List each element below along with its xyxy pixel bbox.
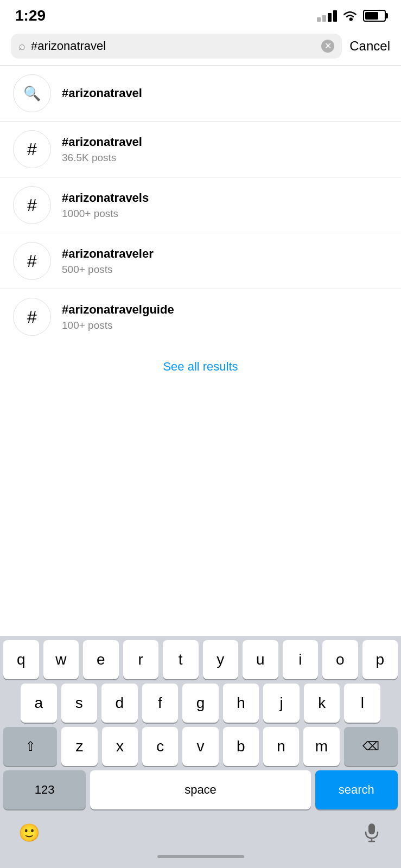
key-j[interactable]: j: [263, 684, 300, 723]
battery-icon: [363, 10, 386, 22]
key-p[interactable]: p: [362, 640, 398, 679]
hash-icon-1: #: [27, 139, 37, 159]
result-item-0[interactable]: 🔍 #arizonatravel: [0, 66, 401, 121]
result-text-1: #arizonatravel 36.5K posts: [62, 135, 388, 164]
result-item-3[interactable]: # #arizonatraveler 500+ posts: [0, 233, 401, 289]
key-l[interactable]: l: [344, 684, 380, 723]
result-text-0: #arizonatravel: [62, 86, 388, 101]
cancel-button[interactable]: Cancel: [349, 39, 390, 54]
key-u[interactable]: u: [243, 640, 278, 679]
clear-icon: ✕: [324, 42, 332, 50]
result-item-2[interactable]: # #arizonatravels 1000+ posts: [0, 177, 401, 233]
key-numbers[interactable]: 123: [3, 770, 86, 809]
result-title-3: #arizonatraveler: [62, 246, 388, 262]
see-all-container: See all results: [0, 344, 401, 385]
result-title-4: #arizonatravelguide: [62, 302, 388, 318]
hash-icon-3: #: [27, 251, 37, 271]
result-avatar-1: #: [13, 130, 51, 168]
result-title-1: #arizonatravel: [62, 135, 388, 150]
key-d[interactable]: d: [101, 684, 138, 723]
key-shift[interactable]: ⇧: [3, 727, 57, 766]
results-list: 🔍 #arizonatravel # #arizonatravel 36.5K …: [0, 66, 401, 344]
wifi-icon: [342, 10, 358, 21]
result-text-4: #arizonatravelguide 100+ posts: [62, 302, 388, 331]
key-h[interactable]: h: [223, 684, 259, 723]
key-a[interactable]: a: [21, 684, 57, 723]
result-subtitle-4: 100+ posts: [62, 320, 388, 331]
result-text-2: #arizonatravels 1000+ posts: [62, 190, 388, 220]
search-result-icon: 🔍: [23, 85, 41, 102]
key-b[interactable]: b: [223, 727, 259, 766]
key-e[interactable]: e: [83, 640, 119, 679]
result-avatar-2: #: [13, 186, 51, 224]
key-k[interactable]: k: [304, 684, 340, 723]
keyboard: q w e r t y u i o p a s d f g h j k l ⇧ …: [0, 636, 401, 868]
result-item-1[interactable]: # #arizonatravel 36.5K posts: [0, 122, 401, 177]
status-time: 1:29: [15, 7, 46, 24]
key-f[interactable]: f: [142, 684, 179, 723]
key-o[interactable]: o: [322, 640, 358, 679]
keyboard-row-4: 123 space search: [0, 766, 401, 815]
key-q[interactable]: q: [3, 640, 39, 679]
keyboard-bottom-row: 🙂: [0, 815, 401, 852]
key-w[interactable]: w: [43, 640, 79, 679]
key-z[interactable]: z: [61, 727, 97, 766]
key-s[interactable]: s: [61, 684, 98, 723]
search-icon: ⌕: [18, 39, 26, 53]
status-icons: [317, 10, 386, 22]
result-avatar-3: #: [13, 242, 51, 280]
result-item-4[interactable]: # #arizonatravelguide 100+ posts: [0, 289, 401, 344]
key-c[interactable]: c: [142, 727, 178, 766]
svg-rect-0: [368, 824, 375, 834]
key-r[interactable]: r: [123, 640, 159, 679]
keyboard-row-1: q w e r t y u i o p: [0, 636, 401, 679]
status-bar: 1:29: [0, 0, 401, 29]
key-g[interactable]: g: [182, 684, 219, 723]
emoji-key[interactable]: 🙂: [13, 819, 46, 846]
signal-icon: [317, 10, 337, 22]
key-t[interactable]: t: [163, 640, 199, 679]
key-m[interactable]: m: [303, 727, 339, 766]
see-all-button[interactable]: See all results: [163, 360, 238, 374]
keyboard-row-2: a s d f g h j k l: [0, 679, 401, 723]
result-subtitle-2: 1000+ posts: [62, 208, 388, 220]
result-text-3: #arizonatraveler 500+ posts: [62, 246, 388, 276]
result-subtitle-1: 36.5K posts: [62, 152, 388, 164]
result-avatar-4: #: [13, 298, 51, 336]
search-bar-container: ⌕ #arizonatravel ✕ Cancel: [0, 29, 401, 65]
result-title-2: #arizonatravels: [62, 190, 388, 206]
key-delete[interactable]: ⌫: [344, 727, 398, 766]
mic-key[interactable]: [355, 819, 388, 846]
home-bar: [0, 852, 401, 865]
result-title-0: #arizonatravel: [62, 86, 388, 101]
hash-icon-2: #: [27, 195, 37, 215]
hash-icon-4: #: [27, 307, 37, 327]
key-search[interactable]: search: [315, 770, 398, 809]
search-input[interactable]: #arizonatravel: [31, 39, 316, 53]
search-input-wrapper[interactable]: ⌕ #arizonatravel ✕: [11, 34, 342, 59]
result-subtitle-3: 500+ posts: [62, 264, 388, 276]
key-space[interactable]: space: [90, 770, 310, 809]
key-i[interactable]: i: [283, 640, 319, 679]
key-y[interactable]: y: [203, 640, 239, 679]
home-indicator: [157, 855, 244, 858]
key-x[interactable]: x: [102, 727, 138, 766]
clear-button[interactable]: ✕: [321, 40, 334, 53]
key-n[interactable]: n: [263, 727, 299, 766]
key-v[interactable]: v: [182, 727, 218, 766]
keyboard-row-3: ⇧ z x c v b n m ⌫: [0, 723, 401, 766]
result-avatar-0: 🔍: [13, 74, 51, 112]
